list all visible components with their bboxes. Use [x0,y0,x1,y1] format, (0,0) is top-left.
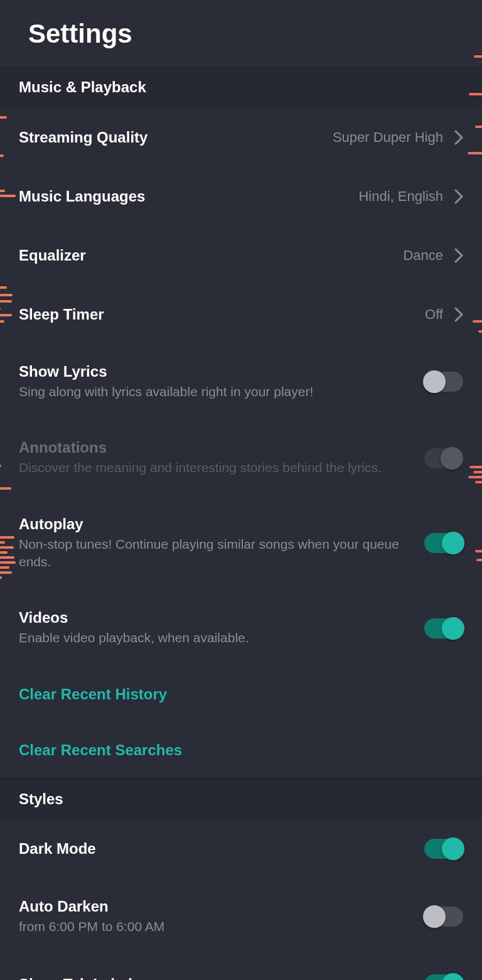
toggle-knob [441,447,463,470]
setting-show-tab-labels[interactable]: Show Tab Labels [0,955,482,980]
toggle-knob [423,370,446,393]
toggle-knob [442,617,464,640]
right-edge-decoration [477,0,482,980]
setting-value-wrap: Hindi, English [358,188,463,205]
toggle-show-lyrics[interactable] [424,372,463,392]
chevron-right-icon [454,248,463,263]
toggle-annotations [424,448,463,468]
setting-label: Sleep Timer [19,306,104,323]
setting-music-languages[interactable]: Music Languages Hindi, English [0,167,482,226]
setting-dark-mode[interactable]: Dark Mode [0,820,482,879]
header: Settings [0,0,482,67]
action-clear-history[interactable]: Clear Recent History [0,667,482,723]
setting-sublabel: Enable video playback, when available. [19,629,412,647]
setting-label: Streaming Quality [19,129,147,146]
chevron-right-icon [454,307,463,322]
setting-auto-darken[interactable]: Auto Darken from 6:00 PM to 6:00 AM [0,879,482,955]
setting-label: Music Languages [19,188,145,205]
action-link-label: Clear Recent Searches [19,741,463,759]
toggle-autoplay[interactable] [424,533,463,553]
setting-annotations: Annotations Discover the meaning and int… [0,420,482,496]
toggle-knob [423,905,446,928]
setting-label: Annotations [19,439,412,456]
setting-label: Show Tab Labels [19,976,141,980]
section-header-label: Music & Playback [19,78,463,96]
toggle-knob [442,973,464,980]
setting-streaming-quality[interactable]: Streaming Quality Super Duper High [0,108,482,167]
setting-text-block: Videos Enable video playback, when avail… [19,609,424,647]
action-clear-searches[interactable]: Clear Recent Searches [0,723,482,778]
setting-label: Show Lyrics [19,363,412,380]
section-header-music-playback: Music & Playback [0,67,482,108]
toggle-auto-darken[interactable] [424,907,463,927]
setting-label: Dark Mode [19,840,96,858]
toggle-videos[interactable] [424,618,463,638]
setting-autoplay[interactable]: Autoplay Non-stop tunes! Continue playin… [0,497,482,591]
page-title: Settings [28,19,454,49]
setting-sublabel: from 6:00 PM to 6:00 AM [19,918,412,935]
chevron-right-icon [454,130,463,145]
setting-value: Dance [403,247,443,264]
setting-label: Equalizer [19,247,86,264]
left-edge-decoration [0,0,5,980]
setting-text-block: Autoplay Non-stop tunes! Continue playin… [19,515,424,571]
setting-show-lyrics[interactable]: Show Lyrics Sing along with lyrics avail… [0,344,482,420]
setting-text-block: Auto Darken from 6:00 PM to 6:00 AM [19,898,424,935]
setting-value-wrap: Super Duper High [333,129,463,146]
setting-value-wrap: Off [425,306,463,323]
setting-value: Hindi, English [358,188,443,205]
toggle-dark-mode[interactable] [424,839,463,859]
action-link-label: Clear Recent History [19,686,463,703]
toggle-knob [442,532,464,554]
setting-label: Auto Darken [19,898,412,915]
setting-text-block: Annotations Discover the meaning and int… [19,439,424,477]
toggle-show-tab-labels[interactable] [424,974,463,980]
setting-videos[interactable]: Videos Enable video playback, when avail… [0,590,482,666]
setting-equalizer[interactable]: Equalizer Dance [0,226,482,285]
setting-sublabel: Sing along with lyrics available right i… [19,383,412,401]
toggle-knob [442,837,464,860]
setting-sublabel: Discover the meaning and interesting sto… [19,459,412,477]
setting-text-block: Show Lyrics Sing along with lyrics avail… [19,363,424,401]
chevron-right-icon [454,189,463,204]
section-header-label: Styles [19,790,463,808]
setting-sleep-timer[interactable]: Sleep Timer Off [0,285,482,344]
setting-value-wrap: Dance [403,247,463,264]
setting-value: Off [425,306,443,323]
setting-value: Super Duper High [333,129,443,146]
setting-label: Autoplay [19,515,412,533]
section-header-styles: Styles [0,778,482,820]
setting-sublabel: Non-stop tunes! Continue playing similar… [19,536,412,571]
setting-label: Videos [19,609,412,627]
